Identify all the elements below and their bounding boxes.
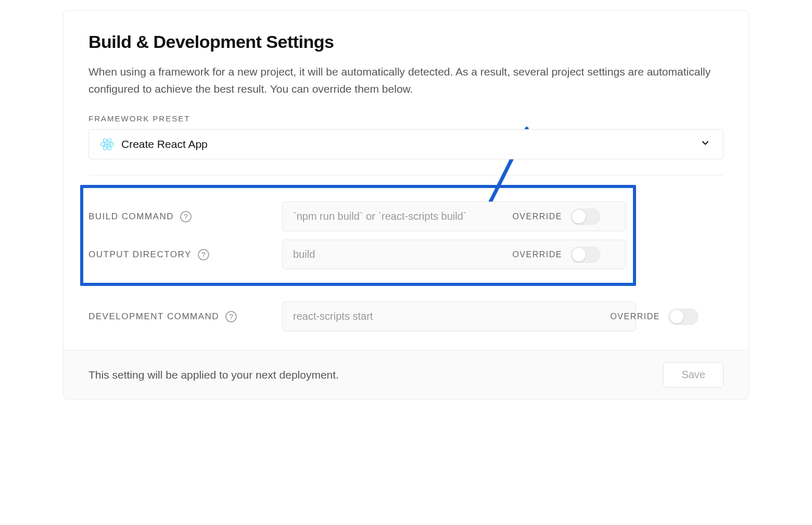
help-icon[interactable]: ? bbox=[198, 249, 209, 260]
divider bbox=[88, 175, 724, 176]
override-label: OVERRIDE bbox=[512, 212, 562, 221]
settings-card: Build & Development Settings When using … bbox=[63, 10, 749, 399]
framework-preset-label: FRAMEWORK PRESET bbox=[88, 114, 724, 123]
development-command-override-toggle[interactable] bbox=[668, 308, 699, 325]
build-command-override-toggle[interactable] bbox=[570, 208, 601, 225]
page-description: When using a framework for a new project… bbox=[88, 64, 724, 97]
help-icon[interactable]: ? bbox=[180, 211, 192, 222]
highlight-annotation-box: BUILD COMMAND ? OVERRIDE OUTPUT DIRECTOR… bbox=[80, 185, 636, 286]
override-label: OVERRIDE bbox=[610, 312, 660, 321]
development-command-row: DEVELOPMENT COMMAND ? OVERRIDE bbox=[88, 297, 724, 335]
framework-preset-value: Create React App bbox=[121, 138, 208, 151]
output-directory-row: OUTPUT DIRECTORY ? OVERRIDE bbox=[88, 235, 626, 273]
card-footer: This setting will be applied to your nex… bbox=[64, 350, 748, 399]
help-icon[interactable]: ? bbox=[225, 311, 237, 322]
build-command-row: BUILD COMMAND ? OVERRIDE bbox=[88, 197, 626, 235]
output-directory-override-toggle[interactable] bbox=[570, 246, 601, 263]
override-label: OVERRIDE bbox=[512, 250, 562, 259]
build-command-label: BUILD COMMAND bbox=[88, 211, 174, 222]
framework-preset-select[interactable]: Create React App bbox=[88, 129, 724, 159]
page-title: Build & Development Settings bbox=[88, 32, 724, 52]
chevron-down-icon bbox=[700, 138, 710, 151]
footer-note: This setting will be applied to your nex… bbox=[88, 369, 339, 381]
svg-point-0 bbox=[106, 143, 109, 146]
card-body: Build & Development Settings When using … bbox=[64, 11, 748, 350]
react-icon bbox=[100, 138, 114, 151]
save-button[interactable]: Save bbox=[663, 362, 724, 388]
development-command-input[interactable] bbox=[282, 302, 636, 331]
development-command-label: DEVELOPMENT COMMAND bbox=[88, 311, 219, 322]
output-directory-label: OUTPUT DIRECTORY bbox=[88, 249, 192, 260]
